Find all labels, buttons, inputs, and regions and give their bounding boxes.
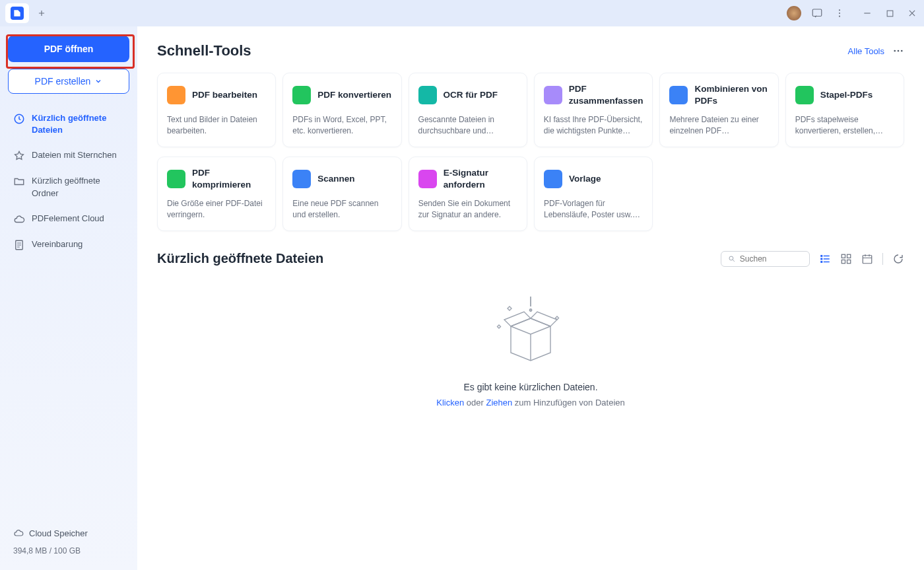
all-tools-link[interactable]: Alle Tools <box>848 46 884 56</box>
nav-recent-folders[interactable]: Kürzlich geöffnete Ordner <box>8 168 129 205</box>
svg-point-9 <box>901 50 903 52</box>
tool-card[interactable]: Scannen Eine neue PDF scannen und erstel… <box>282 157 401 231</box>
tool-card[interactable]: PDF zusammenfassen KI fasst Ihre PDF-Übe… <box>534 73 653 147</box>
close-button[interactable] <box>906 7 919 20</box>
svg-rect-0 <box>812 9 822 17</box>
empty-hint: Klicken oder Ziehen zum Hinzufügen von D… <box>436 398 624 408</box>
avatar[interactable] <box>787 6 801 20</box>
app-tab[interactable] <box>5 3 29 23</box>
tool-title: Scannen <box>317 173 354 185</box>
svg-rect-18 <box>847 254 851 258</box>
recent-controls <box>721 251 904 267</box>
tool-icon <box>544 170 562 188</box>
tool-desc: Mehrere Dateien zu einer einzelnen PDF z… <box>669 114 768 137</box>
quick-tools-header: Schnell-Tools Alle Tools <box>157 42 904 59</box>
recent-section: Kürzlich geöffnete Dateien <box>157 251 904 408</box>
empty-box-icon <box>491 293 570 366</box>
cloud-storage-button[interactable]: Cloud Speicher <box>8 522 129 544</box>
tool-card[interactable]: E-Signatur anfordern Senden Sie ein Doku… <box>409 157 527 231</box>
calendar-view-icon[interactable] <box>861 253 873 265</box>
create-pdf-button[interactable]: PDF erstellen <box>8 69 129 94</box>
svg-point-1 <box>839 9 840 11</box>
tool-desc: Die Größe einer PDF-Datei verringern. <box>167 198 266 221</box>
search-box[interactable] <box>721 251 810 267</box>
tool-icon <box>167 170 185 188</box>
nav-label: PDFelement Cloud <box>32 213 104 225</box>
refresh-icon[interactable] <box>892 253 904 265</box>
svg-rect-15 <box>820 261 822 263</box>
tool-card[interactable]: PDF bearbeiten Text und Bilder in Dateie… <box>157 73 276 147</box>
svg-point-2 <box>839 13 840 14</box>
tool-desc: KI fasst Ihre PDF-Übersicht, die wichtig… <box>544 114 644 137</box>
minimize-button[interactable] <box>861 7 874 20</box>
drag-link[interactable]: Ziehen <box>486 398 512 408</box>
nav-label: Vereinbarung <box>32 238 82 250</box>
svg-rect-21 <box>863 255 872 263</box>
tool-icon <box>292 86 311 104</box>
nav-label: Kürzlich geöffnete Dateien <box>32 112 124 136</box>
nav-label: Kürzlich geöffnete Ordner <box>32 175 124 199</box>
empty-title: Es gibt keine kürzlichen Dateien. <box>463 382 597 392</box>
tool-card[interactable]: Vorlage PDF-Vorlagen für Lebensläufe, Po… <box>534 157 653 231</box>
content: Schnell-Tools Alle Tools PDF bearbeiten … <box>137 26 924 570</box>
click-link[interactable]: Klicken <box>436 398 464 408</box>
tool-title: PDF komprimieren <box>192 167 266 190</box>
tool-title: OCR für PDF <box>444 89 498 101</box>
tool-title: PDF bearbeiten <box>192 89 257 101</box>
menu-dots-icon[interactable] <box>833 7 846 20</box>
svg-rect-19 <box>842 260 845 263</box>
svg-rect-17 <box>842 254 845 258</box>
svg-rect-20 <box>847 260 851 263</box>
nav-label: Dateien mit Sternchen <box>32 149 117 161</box>
tool-icon <box>418 170 437 188</box>
quick-tools-title: Schnell-Tools <box>157 42 251 59</box>
new-tab-button[interactable] <box>32 3 51 23</box>
svg-point-8 <box>898 50 900 52</box>
tool-desc: PDFs stapelweise konvertieren, erstellen… <box>795 114 894 137</box>
tool-desc: Text und Bilder in Dateien bearbeiten. <box>167 114 266 137</box>
clock-icon <box>13 113 25 125</box>
svg-rect-12 <box>824 255 830 256</box>
tool-title: Kombinieren von PDFs <box>694 83 768 106</box>
divider <box>882 253 883 265</box>
nav-cloud[interactable]: PDFelement Cloud <box>8 206 129 232</box>
nav-agreement[interactable]: Vereinbarung <box>8 232 129 258</box>
cloud-storage-label: Cloud Speicher <box>29 528 88 538</box>
empty-state: Es gibt keine kürzlichen Dateien. Klicke… <box>157 293 904 408</box>
tool-title: PDF konvertieren <box>317 89 391 101</box>
nav-recent-files[interactable]: Kürzlich geöffnete Dateien <box>8 106 129 143</box>
open-pdf-button[interactable]: PDF öffnen <box>8 36 129 62</box>
feedback-icon[interactable] <box>810 7 824 20</box>
tool-card[interactable]: Kombinieren von PDFs Mehrere Dateien zu … <box>659 73 778 147</box>
tool-card[interactable]: PDF konvertieren PDFs in Word, Excel, PP… <box>282 73 401 147</box>
cloud-icon <box>13 213 25 225</box>
tool-card[interactable]: Stapel-PDFs PDFs stapelweise konvertiere… <box>785 73 904 147</box>
search-icon <box>728 254 736 264</box>
tool-icon <box>292 170 311 188</box>
tool-icon <box>795 86 814 104</box>
folder-icon <box>13 176 25 188</box>
tool-desc: Eine neue PDF scannen und erstellen. <box>292 198 391 221</box>
list-view-icon[interactable] <box>819 253 831 265</box>
document-icon <box>13 239 25 251</box>
star-icon <box>13 150 25 162</box>
more-icon[interactable] <box>892 45 904 57</box>
grid-view-icon[interactable] <box>840 253 852 265</box>
tools-row-1: PDF bearbeiten Text und Bilder in Dateie… <box>157 73 904 147</box>
app-logo-icon <box>11 7 24 20</box>
tool-card[interactable]: OCR für PDF Gescannte Dateien in durchsu… <box>409 73 527 147</box>
svg-point-7 <box>894 50 896 52</box>
tool-title: Stapel-PDFs <box>820 89 873 101</box>
tool-icon <box>669 86 688 104</box>
tool-icon <box>167 86 185 104</box>
svg-rect-14 <box>824 258 830 260</box>
search-input[interactable] <box>740 254 803 264</box>
tool-title: PDF zusammenfassen <box>569 83 644 106</box>
maximize-button[interactable] <box>883 7 896 20</box>
tool-icon <box>544 86 562 104</box>
nav-starred[interactable]: Dateien mit Sternchen <box>8 143 129 168</box>
sidebar: PDF öffnen PDF erstellen Kürzlich geöffn… <box>0 26 137 570</box>
cloud-icon <box>13 528 24 538</box>
create-pdf-label: PDF erstellen <box>35 76 91 87</box>
tool-card[interactable]: PDF komprimieren Die Größe einer PDF-Dat… <box>157 157 276 231</box>
